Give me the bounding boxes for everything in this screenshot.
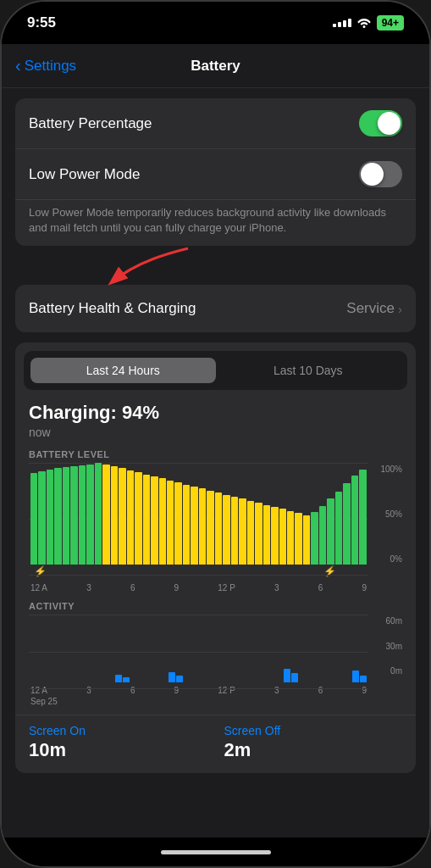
- battery-bar: [327, 498, 334, 565]
- battery-bar: [95, 463, 102, 565]
- home-bar: [161, 850, 271, 854]
- x-axis-battery: 12 A 3 6 9 12 P 3 6 9: [29, 581, 368, 593]
- battery-bar: [119, 468, 125, 565]
- x-label: 6: [130, 583, 135, 593]
- battery-bar: [295, 513, 301, 565]
- battery-bar: [207, 491, 213, 565]
- x-label-act: 9: [174, 686, 180, 695]
- battery-bar: [255, 503, 262, 565]
- battery-health-label: Battery Health & Charging: [29, 300, 196, 317]
- status-icons: 94+: [333, 15, 404, 31]
- battery-bar: [143, 475, 150, 565]
- back-chevron-icon: ‹: [15, 56, 21, 75]
- phone-frame: 9:55 94+ ‹ Settings Battery: [0, 0, 431, 868]
- tab-last-24-hours[interactable]: Last 24 Hours: [30, 358, 216, 383]
- x-axis-activity: 12 A 3 6 9 12 P 3 6 9: [29, 684, 368, 695]
- battery-bar: [335, 492, 342, 565]
- back-label: Settings: [25, 58, 76, 75]
- x-label: 3: [86, 583, 91, 593]
- y-label-50: 50%: [372, 509, 402, 519]
- battery-bar: [247, 501, 254, 565]
- x-label-act: 3: [274, 686, 279, 695]
- y-label-60m: 60m: [372, 616, 402, 626]
- battery-bar: [102, 465, 109, 565]
- battery-bar: [311, 512, 318, 565]
- battery-percentage-toggle[interactable]: [359, 110, 402, 136]
- battery-bar: [183, 485, 190, 565]
- footer-stats: Screen On 10m Screen Off 2m: [15, 715, 416, 773]
- charging-info: Charging: 94% now: [15, 390, 416, 444]
- battery-bar: [359, 470, 366, 565]
- battery-bar: [319, 506, 326, 565]
- battery-bar: [47, 470, 53, 565]
- lightning-icon-2: ⚡: [323, 565, 336, 577]
- battery-bar: [79, 465, 86, 565]
- time-tabs: Last 24 Hours Last 10 Days: [24, 351, 407, 390]
- charging-time: now: [29, 426, 402, 439]
- x-label-act: 6: [130, 686, 135, 695]
- battery-level-badge: 94+: [377, 15, 404, 31]
- battery-bar: [351, 476, 358, 565]
- y-axis-battery: 100% 50% 0%: [372, 463, 402, 593]
- battery-bar: [174, 482, 181, 565]
- battery-bar: [271, 507, 278, 565]
- battery-bar: [151, 476, 157, 565]
- x-label: 9: [362, 583, 367, 593]
- battery-percentage-label: Battery Percentage: [29, 115, 152, 132]
- screen-on-label: Screen On: [29, 724, 207, 737]
- battery-bar: [199, 488, 206, 565]
- battery-bar: [343, 483, 350, 565]
- screen-off-label: Screen Off: [224, 724, 403, 737]
- battery-bar: [38, 471, 45, 565]
- battery-bar: [191, 487, 197, 565]
- screen-on-stat: Screen On 10m: [29, 724, 207, 761]
- tab-last-10-days[interactable]: Last 10 Days: [216, 358, 401, 383]
- low-power-mode-row: Low Power Mode: [15, 149, 416, 200]
- low-power-mode-toggle[interactable]: [359, 161, 402, 187]
- battery-bar: [287, 511, 294, 565]
- battery-percentage-row: Battery Percentage: [15, 98, 416, 149]
- battery-health-service: Service: [346, 300, 395, 317]
- battery-bar: [63, 467, 69, 565]
- date-label: Sep 25: [29, 697, 368, 706]
- toggle-thumb-off: [361, 163, 384, 186]
- battery-chart-section: Last 24 Hours Last 10 Days Charging: 94%…: [15, 342, 416, 773]
- x-label-act: 12 P: [218, 686, 235, 695]
- battery-health-right: Service ›: [346, 300, 402, 317]
- status-time: 9:55: [27, 14, 56, 31]
- charging-status: Charging: 94%: [29, 402, 402, 424]
- y-axis-activity: 60m 30m 0m: [372, 615, 402, 706]
- battery-bar: [279, 509, 286, 565]
- red-arrow-svg: [69, 244, 239, 295]
- y-label-0: 0%: [372, 554, 402, 564]
- battery-bar: [127, 470, 134, 565]
- battery-bar: [86, 465, 93, 565]
- status-bar: 9:55 94+: [2, 2, 429, 44]
- battery-bar: [231, 497, 238, 565]
- battery-bar: [159, 478, 166, 565]
- lightning-icon-1: ⚡: [34, 565, 47, 577]
- content-area: Battery Percentage Low Power Mode Low Po…: [2, 88, 429, 837]
- activity-bars: [29, 615, 368, 682]
- x-label: 12 A: [30, 583, 47, 593]
- charging-indicators: ⚡ ⚡: [29, 565, 368, 578]
- battery-bar: [223, 495, 229, 565]
- battery-bar: [303, 515, 310, 565]
- toggle-thumb: [378, 112, 401, 135]
- x-label-act: 12 A: [30, 686, 47, 695]
- signal-icon: [333, 19, 351, 27]
- activity-chart: ACTIVITY: [15, 596, 416, 715]
- y-label-100: 100%: [372, 465, 402, 474]
- x-label-act: 6: [318, 686, 323, 695]
- screen-off-stat: Screen Off 2m: [224, 724, 403, 761]
- low-power-mode-label: Low Power Mode: [29, 166, 140, 183]
- page-title: Battery: [191, 58, 240, 75]
- back-button[interactable]: ‹ Settings: [15, 56, 76, 75]
- wifi-icon: [356, 16, 372, 31]
- low-power-description: Low Power Mode temporarily reduces backg…: [15, 200, 416, 246]
- activity-header: ACTIVITY: [29, 601, 402, 611]
- battery-bar: [111, 466, 118, 565]
- x-label: 3: [274, 583, 279, 593]
- battery-bar: [70, 466, 77, 565]
- battery-level-header: BATTERY LEVEL: [29, 449, 402, 459]
